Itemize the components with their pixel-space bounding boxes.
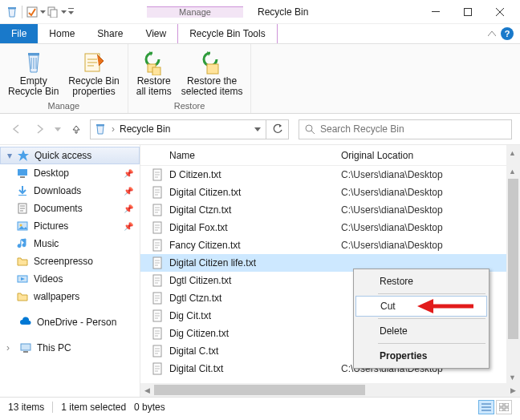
separator (52, 402, 53, 413)
file-row[interactable]: Digital Citizen.txtC:\Users\diana\Deskto… (140, 184, 520, 201)
sidebar-item-pictures[interactable]: Pictures📌 (0, 217, 140, 235)
status-item-count: 13 items (8, 402, 44, 413)
sidebar-this-pc[interactable]: › This PC (0, 339, 140, 357)
svg-rect-5 (432, 11, 440, 12)
address-chevron-icon[interactable]: › (112, 123, 115, 135)
refresh-button[interactable] (266, 119, 289, 139)
sidebar-item-desktop[interactable]: Desktop📌 (0, 164, 140, 182)
sidebar-item-documents[interactable]: Documents📌 (0, 200, 140, 217)
column-original-location[interactable]: Original Location (341, 150, 520, 161)
file-row[interactable]: Digital Ctzn.txtC:\Users\diana\Desktop (140, 201, 520, 219)
thumbnails-view-icon[interactable] (496, 400, 512, 414)
qat-sep (22, 6, 22, 18)
scroll-down-icon[interactable]: ▼ (509, 374, 516, 382)
qat-blank-icon[interactable] (46, 3, 60, 21)
menu-separator (378, 318, 485, 319)
recycle-bin-properties-button[interactable]: Recycle Bin properties (63, 46, 124, 101)
scrollbar-thumb[interactable] (508, 179, 518, 339)
details-view-icon[interactable] (478, 400, 494, 414)
title-bar: Manage Recycle Bin (0, 0, 520, 24)
menu-item-properties[interactable]: Properties (355, 345, 487, 366)
text-file-icon (152, 362, 165, 375)
tab-recycle-bin-tools[interactable]: Recycle Bin Tools (177, 24, 278, 43)
qat-customize-icon[interactable] (67, 3, 75, 21)
horizontal-scrollbar[interactable]: ◀ ▶ (140, 383, 520, 397)
sidebar-item-label: Pictures (34, 220, 68, 232)
tab-home[interactable]: Home (38, 24, 86, 43)
tab-file[interactable]: File (0, 24, 38, 43)
ribbon-btn-label: Restore the selected items (181, 76, 243, 97)
chevron-down-icon[interactable] (39, 3, 46, 21)
maximize-button[interactable] (456, 4, 480, 20)
search-input[interactable] (320, 123, 506, 135)
up-button[interactable] (67, 120, 85, 138)
minimize-button[interactable] (424, 4, 448, 20)
file-location: C:\Users\diana\Desktop (341, 187, 443, 198)
recycle-bin-icon (94, 123, 107, 135)
computer-icon (19, 341, 32, 354)
vertical-scrollbar[interactable]: ▲ ▼ (506, 166, 520, 383)
ribbon-collapse-icon[interactable] (488, 31, 496, 36)
ribbon-btn-label: Recycle Bin properties (68, 76, 119, 97)
address-bar[interactable]: › Recycle Bin (90, 119, 266, 139)
downloads-icon (16, 184, 29, 197)
sidebar-item-music[interactable]: Music (0, 235, 140, 252)
tab-share[interactable]: Share (86, 24, 134, 43)
recent-locations-button[interactable] (53, 120, 63, 138)
sidebar-item-label: wallpapers (34, 291, 79, 302)
sidebar-item-screenpresso[interactable]: Screenpresso (0, 252, 140, 270)
svg-rect-10 (152, 67, 160, 75)
sidebar-item-downloads[interactable]: Downloads📌 (0, 182, 140, 200)
menu-item-restore[interactable]: Restore (355, 271, 487, 292)
sidebar-item-videos[interactable]: Videos (0, 270, 140, 288)
pin-icon: 📌 (124, 204, 133, 213)
restore-selected-button[interactable]: Restore the selected items (177, 46, 248, 101)
scroll-right-icon[interactable]: ▶ (506, 386, 520, 394)
help-icon[interactable]: ? (501, 27, 514, 40)
text-file-icon (152, 256, 165, 269)
pin-icon: 📌 (124, 222, 133, 231)
window-title: Recycle Bin (258, 6, 308, 18)
text-file-icon (152, 309, 165, 322)
column-name[interactable]: Name (140, 150, 341, 161)
file-location: C:\Users\diana\Desktop (341, 222, 443, 233)
svg-rect-22 (23, 351, 28, 353)
close-button[interactable] (488, 4, 512, 20)
qat-properties-icon[interactable] (25, 3, 39, 21)
sidebar-label: This PC (37, 342, 71, 353)
file-name: Fancy Citizen.txt (169, 240, 341, 251)
scrollbar-thumb[interactable] (154, 385, 365, 395)
chevron-down-icon[interactable] (254, 127, 261, 131)
file-location: C:\Users\diana\Desktop (341, 169, 443, 180)
vertical-scrollbar-outer[interactable]: ▲ (506, 145, 520, 166)
svg-rect-36 (505, 403, 509, 406)
file-row[interactable]: Digital Fox.txtC:\Users\diana\Desktop (140, 219, 520, 236)
sidebar-item-label: Desktop (34, 168, 69, 179)
file-name: Dgtl Ctzn.txt (169, 293, 341, 304)
sidebar-item-wallpapers[interactable]: wallpapers (0, 288, 140, 305)
status-bar: 13 items 1 item selected 0 bytes (0, 397, 520, 416)
svg-rect-37 (499, 408, 503, 411)
status-selection-size: 0 bytes (134, 402, 165, 413)
menu-item-delete[interactable]: Delete (355, 321, 487, 341)
chevron-down-icon: ▾ (7, 150, 12, 161)
address-crumb[interactable]: Recycle Bin (120, 123, 170, 135)
sidebar-onedrive[interactable]: OneDrive - Person (0, 313, 140, 331)
music-icon (16, 237, 29, 250)
file-row[interactable]: Fancy Citizen.txtC:\Users\diana\Desktop (140, 236, 520, 254)
text-file-icon (152, 327, 165, 340)
forward-button[interactable] (30, 120, 48, 138)
back-button[interactable] (8, 120, 26, 138)
file-name: D Citizen.txt (169, 169, 341, 180)
sidebar-quick-access[interactable]: ▾ Quick access (0, 147, 140, 164)
scroll-up-icon[interactable]: ▲ (509, 168, 516, 176)
ribbon-tabs: File Home Share View Recycle Bin Tools ? (0, 24, 520, 44)
search-box[interactable] (299, 119, 512, 139)
file-row[interactable]: D Citizen.txtC:\Users\diana\Desktop (140, 166, 520, 184)
text-file-icon (152, 221, 165, 234)
tab-view[interactable]: View (134, 24, 177, 43)
chevron-down-icon[interactable] (60, 3, 67, 21)
empty-recycle-bin-button[interactable]: Empty Recycle Bin (3, 46, 63, 101)
restore-all-button[interactable]: Restore all items (132, 46, 177, 101)
scroll-left-icon[interactable]: ◀ (140, 386, 154, 394)
